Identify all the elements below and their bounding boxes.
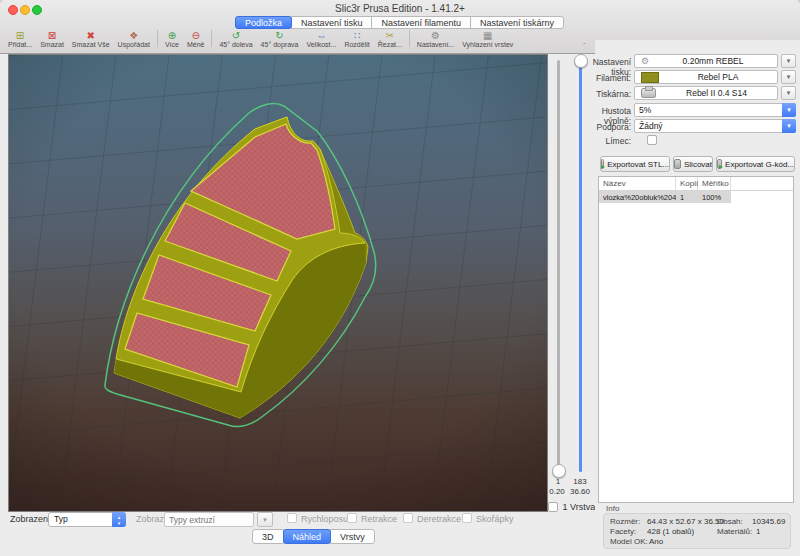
extrusion-types-dropdown-button[interactable]: ▾ <box>257 512 273 527</box>
travel-checkbox[interactable] <box>287 513 297 523</box>
info-title: Info <box>606 504 619 513</box>
slice-button[interactable]: Slicovat <box>673 156 713 172</box>
delete-all-icon: ✖ <box>87 30 95 41</box>
print-settings-combo[interactable]: ⚙ 0.20mm REBEL <box>634 54 778 68</box>
infill-dropdown[interactable]: 5% ▾ <box>634 103 796 117</box>
toolbar-arrange-button[interactable]: ❖ Uspořádat <box>114 30 154 49</box>
rotate-left-icon: ↺ <box>232 30 240 41</box>
split-icon: ∷ <box>354 30 360 41</box>
printer-combo[interactable]: Rebel II 0.4 S14 <box>634 86 778 100</box>
view-mode-popup[interactable]: Typ ▴▾ <box>48 512 126 527</box>
facets-label: Facety: <box>610 527 636 536</box>
tab-nastaveni-tiskarny[interactable]: Nastavení tiskárny <box>470 16 564 29</box>
toolbar-scale-button[interactable]: ⇔ Velikost... <box>302 30 340 49</box>
unretractions-checkbox[interactable] <box>403 513 413 523</box>
object-table-header: Název Kopií Měřítko <box>599 177 793 191</box>
volume-value: 10345.69 <box>752 517 785 526</box>
layer-slider-low-knob[interactable] <box>552 464 566 478</box>
tab-podlozka[interactable]: Podložka <box>235 16 292 29</box>
column-header-scale[interactable]: Měřítko <box>698 177 731 190</box>
printer-icon <box>641 88 656 98</box>
toolbar-cut-button[interactable]: ✂ Řezat... <box>374 30 406 49</box>
toolbar-separator <box>211 30 212 47</box>
column-header-name[interactable]: Název <box>599 177 676 190</box>
volume-label: Obsah: <box>717 517 743 526</box>
viewport-3d[interactable] <box>8 54 548 512</box>
layer-slider-high-knob[interactable] <box>574 54 588 68</box>
layer-smoothing-icon: ▦ <box>483 30 492 41</box>
size-value: 64.43 x 52.67 x 36.50 <box>647 517 724 526</box>
print-settings-dropdown-button[interactable]: ▾ <box>781 54 796 68</box>
filament-label: Filament: <box>589 73 631 83</box>
filament-dropdown-button[interactable]: ▾ <box>781 70 796 84</box>
view-preview-button[interactable]: Náhled <box>283 529 332 544</box>
export-gcode-button[interactable]: Exportovat G-kód... <box>716 156 795 172</box>
popup-stepper-icon[interactable]: ▴▾ <box>112 512 126 527</box>
support-label: Podpora: <box>589 122 631 132</box>
rotate-right-icon: ↻ <box>275 30 283 41</box>
support-dropdown-arrow-icon[interactable]: ▾ <box>782 119 796 133</box>
slice-icon <box>674 159 681 169</box>
toolbar-separator <box>157 30 158 47</box>
tab-nastaveni-tisku[interactable]: Nastavení tisku <box>291 16 373 29</box>
view-3d-button[interactable]: 3D <box>252 529 284 544</box>
toolbar-layer-smoothing-button[interactable]: ▦ Vyhlazení vrstev <box>458 30 517 49</box>
tab-nastaveni-filamentu[interactable]: Nastavení filamentu <box>371 16 471 29</box>
layer-high-value: 183 <box>571 477 589 486</box>
retractions-checkbox[interactable] <box>347 513 357 523</box>
toolbar-fewer-button[interactable]: ⊖ Méně <box>183 30 209 49</box>
add-object-icon: ⊞ <box>16 30 24 41</box>
arrange-icon: ❖ <box>129 30 138 41</box>
scale-icon: ⇔ <box>316 30 326 41</box>
settings-icon: ⚙ <box>431 30 440 41</box>
toolbar-more-button[interactable]: ⊕ Více <box>161 30 183 49</box>
remove-copy-icon: ⊖ <box>191 30 199 41</box>
settings-panel: Nastavení tisku: ⚙ 0.20mm REBEL ▾ Filame… <box>595 40 800 556</box>
view-layers-button[interactable]: Vrstvy <box>330 529 375 544</box>
layer-slider-strip: 1 183 0.20 36.60 <box>548 54 595 512</box>
app-window: Slic3r Prusa Edition - 1.41.2+ Podložka … <box>0 0 800 556</box>
window-title: Slic3r Prusa Edition - 1.41.2+ <box>0 3 800 14</box>
infill-dropdown-arrow-icon[interactable]: ▾ <box>782 103 796 117</box>
export-stl-button[interactable]: Exportovat STL... <box>600 156 670 172</box>
toolbar-delete-button[interactable]: ⊠ Smazat <box>36 30 68 49</box>
layer-high-height: 36.60 <box>567 487 593 496</box>
toolbar: ⊞ Přidat... ⊠ Smazat ✖ Smazat Vše ❖ Uspo… <box>4 30 517 50</box>
single-layer-checkbox[interactable] <box>548 502 558 512</box>
toolbar-add-button[interactable]: ⊞ Přidat... <box>4 30 36 49</box>
single-layer-control: 1 Vrstva <box>548 498 595 516</box>
toolbar-rotate-right-button[interactable]: ↻ 45° doprava <box>257 30 303 49</box>
tab-bar: Podložka Nastavení tisku Nastavení filam… <box>0 16 800 30</box>
build-plate-scene <box>9 55 547 511</box>
toolbar-rotate-left-button[interactable]: ↺ 45° doleva <box>215 30 256 49</box>
toolbar-split-button[interactable]: ∷ Rozdělit <box>340 30 373 49</box>
materials-label: Materiálů: <box>717 527 752 536</box>
toolbar-settings-button[interactable]: ⚙ Nastavení... <box>413 30 458 49</box>
facets-value: 428 (1 obalů) <box>647 527 694 536</box>
toolbar-delete-all-button[interactable]: ✖ Smazat Vše <box>68 30 114 49</box>
display-options-bar: Zobrazení Typ ▴▾ Zobrazit ▾ Rychloposun … <box>0 512 548 530</box>
table-row[interactable]: vlozka%20obluk%204.stl 1 100% <box>599 191 731 203</box>
column-header-copies[interactable]: Kopií <box>676 177 698 190</box>
layer-slider-high-track[interactable] <box>579 60 582 472</box>
object-table: Název Kopií Měřítko vlozka%20obluk%204.s… <box>598 176 794 503</box>
delete-object-icon: ⊠ <box>48 30 56 41</box>
model-ok-label: Model OK: <box>610 537 648 546</box>
single-layer-label: 1 Vrstva <box>562 502 595 512</box>
support-dropdown[interactable]: Žádný ▾ <box>634 119 796 133</box>
brim-label: Límec: <box>589 136 631 146</box>
shells-label: Skořápky <box>476 514 514 524</box>
toolbar-separator <box>409 30 410 47</box>
extrusion-types-input[interactable] <box>164 512 254 527</box>
retractions-label: Retrakce <box>361 514 397 524</box>
filament-combo[interactable]: Rebel PLA <box>634 70 778 84</box>
layer-slider-low-track[interactable] <box>557 60 560 472</box>
printer-dropdown-button[interactable]: ▾ <box>781 86 796 100</box>
layer-low-height: 0.20 <box>546 487 568 496</box>
size-label: Rozměr: <box>610 517 640 526</box>
add-copy-icon: ⊕ <box>168 30 176 41</box>
info-box: Rozměr: 64.43 x 52.67 x 36.50 Obsah: 103… <box>603 513 791 549</box>
shells-checkbox[interactable] <box>462 513 472 523</box>
brim-checkbox[interactable] <box>647 135 657 145</box>
panel-collapse-arrow[interactable]: ˆ <box>583 42 586 50</box>
